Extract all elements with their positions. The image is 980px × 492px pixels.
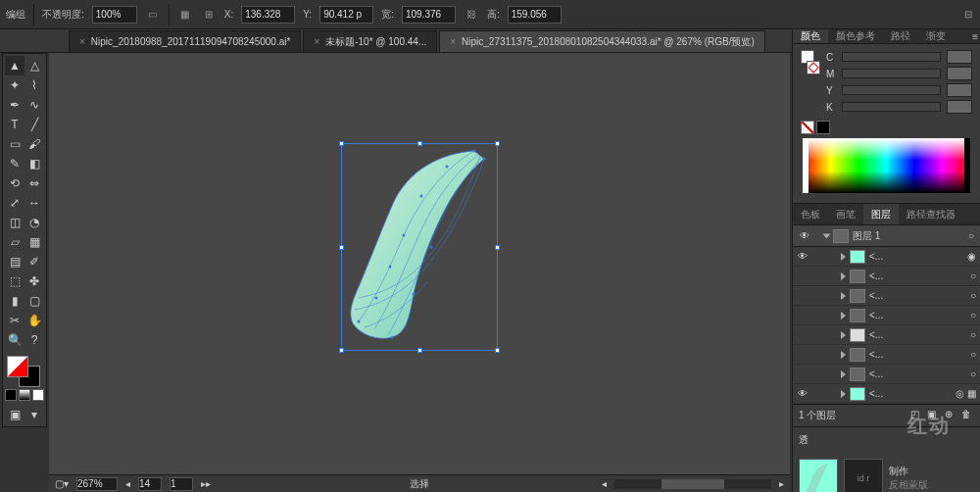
selected-object[interactable] — [341, 143, 498, 351]
width-tool[interactable]: ↔ — [24, 193, 44, 213]
panel-menu-icon[interactable]: ≡ — [972, 31, 978, 42]
nav-input[interactable] — [170, 477, 193, 491]
transform-icon[interactable]: ⊞ — [201, 7, 217, 23]
mask-preview[interactable]: id r — [844, 459, 883, 492]
expand-icon[interactable] — [841, 272, 846, 280]
rotate-tool[interactable]: ⟲ — [5, 173, 24, 193]
visibility-icon[interactable]: 👁 — [799, 230, 810, 241]
rectangle-tool[interactable]: ▭ — [5, 134, 24, 154]
sublayer-row[interactable]: <...○ — [793, 267, 980, 286]
lasso-tool[interactable]: ⌇ — [24, 75, 44, 95]
document-tab[interactable]: ×Nipic_27311375_20180801082504344033.ai*… — [439, 30, 765, 52]
layer-row[interactable]: 👁 图层 1 ○ — [793, 225, 980, 247]
w-input[interactable] — [402, 6, 456, 24]
curvature-tool[interactable]: ∿ — [24, 95, 44, 115]
panel-tab-gradient[interactable]: 渐变 — [918, 29, 954, 43]
expand-icon[interactable] — [841, 312, 846, 320]
resize-handle[interactable] — [417, 348, 422, 353]
expand-icon[interactable] — [823, 233, 831, 238]
line-tool[interactable]: ╱ — [24, 115, 44, 134]
panel-tab-layers[interactable]: 图层 — [863, 204, 899, 224]
gradient-tool[interactable]: ▤ — [5, 252, 24, 271]
shape-preview[interactable] — [799, 459, 838, 492]
selection-tool[interactable]: ▲ — [5, 56, 24, 75]
expand-icon[interactable] — [841, 292, 846, 300]
sublayer-row[interactable]: 👁<...◎ ▦ — [793, 384, 980, 404]
color-spectrum[interactable] — [803, 138, 970, 193]
expand-icon[interactable] — [841, 331, 846, 339]
visibility-icon[interactable]: 👁 — [797, 251, 808, 262]
m-slider[interactable] — [842, 69, 941, 78]
fill-color-swatch[interactable] — [32, 389, 44, 401]
visibility-icon[interactable]: 👁 — [797, 388, 808, 399]
panel-tab-brushes[interactable]: 画笔 — [828, 204, 863, 224]
align-icon[interactable]: ▦ — [177, 7, 193, 23]
options-overflow-icon[interactable]: ⊟ — [960, 6, 976, 22]
h-scrollbar[interactable] — [614, 479, 771, 489]
m-value[interactable] — [947, 67, 972, 80]
close-icon[interactable]: × — [450, 36, 456, 47]
mesh-tool[interactable]: ▦ — [24, 232, 44, 252]
panel-tab-stroke[interactable]: 路径 — [883, 29, 918, 43]
nav-prev-icon[interactable]: ◂ — [125, 478, 130, 489]
artboard-tool[interactable]: ▢ — [24, 291, 44, 311]
sublayer-row[interactable]: <...○ — [793, 365, 980, 384]
y-input[interactable] — [319, 6, 373, 24]
menu-group[interactable]: 编组 — [6, 8, 25, 22]
color-swap[interactable] — [5, 354, 44, 387]
resize-handle[interactable] — [417, 141, 422, 146]
k-value[interactable] — [947, 100, 972, 114]
eyedropper-tool[interactable]: ✐ — [24, 252, 44, 271]
panel-tab-color[interactable]: 颜色 — [793, 29, 828, 43]
c-value[interactable] — [947, 50, 972, 64]
zoom-tool[interactable]: 🔍 — [5, 330, 24, 350]
document-tab[interactable]: ×Nipic_20180988_20171119094708245000.ai* — [69, 30, 301, 52]
scroll-right-icon[interactable]: ▸ — [779, 478, 784, 489]
resize-handle[interactable] — [495, 348, 500, 353]
graph-tool[interactable]: ▮ — [5, 291, 24, 311]
y-slider[interactable] — [842, 85, 941, 95]
expand-icon[interactable] — [841, 370, 846, 378]
resize-handle[interactable] — [495, 245, 500, 250]
blend-tool[interactable]: ⬚ — [5, 271, 24, 291]
direct-selection-tool[interactable]: △ — [24, 56, 44, 75]
fill-none-swatch[interactable] — [5, 389, 17, 401]
artboard-nav-icon[interactable]: ▢▾ — [55, 478, 69, 489]
nav-input[interactable] — [138, 477, 162, 491]
make-mask-label[interactable]: 制作 — [889, 465, 928, 478]
magic-wand-tool[interactable]: ✦ — [5, 75, 24, 95]
none-swatch[interactable] — [801, 121, 814, 134]
zoom-input[interactable] — [76, 477, 118, 491]
nav-next-icon[interactable]: ▸▸ — [201, 478, 211, 489]
resize-handle[interactable] — [339, 348, 344, 353]
k-slider[interactable] — [842, 102, 941, 112]
help-tool[interactable]: ? — [24, 330, 44, 350]
close-icon[interactable]: × — [314, 36, 319, 47]
x-input[interactable] — [241, 6, 295, 24]
sublayer-row[interactable]: <...○ — [793, 286, 980, 306]
eraser-tool[interactable]: ◧ — [24, 154, 44, 173]
sublayer-row[interactable]: <...○ — [793, 325, 980, 345]
paintbrush-tool[interactable]: 🖌 — [24, 134, 44, 154]
panel-tab-pathfinder[interactable]: 路径查找器 — [899, 204, 963, 224]
pencil-tool[interactable]: ✎ — [5, 154, 24, 173]
style-icon[interactable]: ▭ — [145, 7, 161, 23]
symbol-tool[interactable]: ✤ — [24, 271, 44, 291]
document-tab[interactable]: ×未标题-10* @ 100.44... — [303, 30, 437, 52]
scale-tool[interactable]: ⤢ — [5, 193, 24, 213]
perspective-tool[interactable]: ▱ — [5, 232, 24, 252]
fill-gradient-swatch[interactable] — [19, 389, 30, 401]
stroke-swatch[interactable] — [807, 61, 820, 74]
free-transform-tool[interactable]: ◫ — [5, 213, 24, 232]
hand-tool[interactable]: ✋ — [24, 311, 44, 330]
sublayer-row[interactable]: 👁<...◉ — [793, 247, 980, 267]
expand-icon[interactable] — [841, 253, 846, 261]
panel-tab-swatches[interactable]: 色板 — [793, 204, 828, 224]
panel-tab-colorguide[interactable]: 颜色参考 — [828, 29, 883, 43]
layer-name[interactable]: 图层 1 — [853, 229, 880, 243]
sublayer-row[interactable]: <...○ — [793, 345, 980, 365]
screen-mode-tool[interactable]: ▣ — [5, 405, 24, 424]
h-input[interactable] — [508, 6, 562, 24]
close-icon[interactable]: × — [79, 36, 85, 47]
opacity-input[interactable] — [92, 6, 137, 24]
